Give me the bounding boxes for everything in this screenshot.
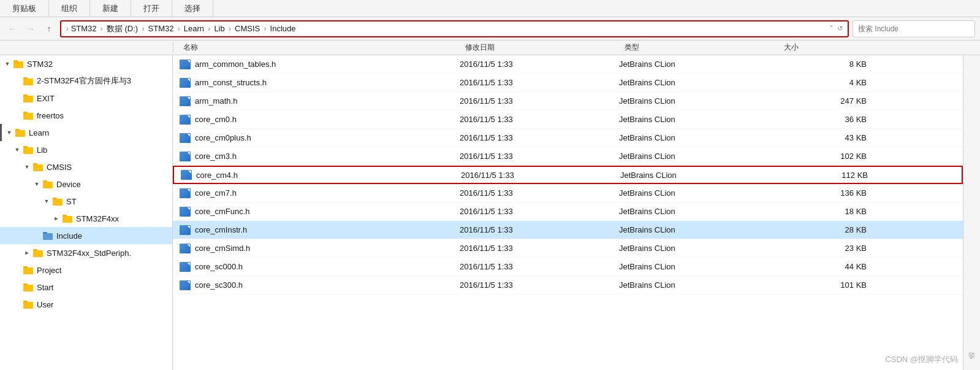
toolbar: 剪贴板 组织 新建 打开 选择 [0, 0, 980, 17]
folder-icon-stm32f4xx [61, 214, 74, 223]
path-thispc: STM32 [71, 24, 97, 33]
col-header-date[interactable]: 修改日期 [460, 42, 620, 53]
svg-rect-14 [43, 182, 53, 188]
file-icon-cell [178, 60, 192, 69]
sidebar-item-stm32[interactable]: ▼ STM32 [0, 55, 172, 72]
sidebar-item-user[interactable]: User [0, 296, 172, 313]
file-row[interactable]: core_cmFunc.h 2016/11/5 1:33 JetBrains C… [173, 202, 963, 221]
file-icon-cell [179, 170, 194, 180]
folder-icon-learn [14, 128, 26, 137]
expand-icon-2stm32f4 [12, 76, 22, 86]
svg-rect-8 [15, 130, 25, 137]
file-row[interactable]: core_cm0plus.h 2016/11/5 1:33 JetBrains … [173, 129, 963, 147]
folder-icon-user [22, 299, 34, 309]
sidebar-label-freertos: freertos [37, 111, 64, 120]
address-box[interactable]: › STM32 › 数据 (D:) › STM32 › Learn › Lib … [60, 20, 849, 37]
col-header-type[interactable]: 类型 [620, 42, 779, 53]
sidebar-item-freertos[interactable]: freertos [0, 107, 172, 124]
sidebar-item-exit[interactable]: EXIT [0, 90, 172, 107]
file-icon [180, 225, 191, 235]
right-edge: 选 [963, 55, 980, 370]
col-header-name[interactable]: 名称 [178, 42, 460, 53]
sidebar-label-include: Include [56, 231, 82, 241]
sidebar-item-lib[interactable]: ▼ Lib [0, 141, 172, 158]
sidebar-label-device: Device [56, 180, 81, 189]
folder-icon-st [51, 196, 64, 206]
sidebar-label-st: ST [66, 197, 77, 206]
file-row[interactable]: core_cm0.h 2016/11/5 1:33 JetBrains CLio… [173, 110, 963, 129]
sidebar-item-stdperiph[interactable]: ► STM32F4xx_StdPeriph. [0, 244, 172, 261]
svg-rect-4 [23, 96, 33, 102]
folder-icon-cmsis [32, 162, 44, 172]
sidebar-item-device[interactable]: ▼ Device [0, 175, 172, 193]
cell-name: core_cm0plus.h [192, 133, 460, 142]
svg-rect-26 [23, 285, 33, 291]
sidebar-item-cmsis[interactable]: ▼ CMSIS [0, 158, 172, 175]
svg-rect-18 [63, 216, 72, 223]
sidebar-item-stm32f4xx[interactable]: ► STM32F4xx [0, 210, 172, 227]
sidebar-label-learn: Learn [29, 128, 49, 137]
forward-button[interactable]: → [23, 21, 38, 36]
toolbar-clipboard: 剪贴板 [0, 0, 49, 17]
file-row[interactable]: core_cmInstr.h 2016/11/5 1:33 JetBrains … [173, 221, 963, 239]
cell-date: 2016/11/5 1:33 [460, 207, 619, 216]
sidebar-item-include[interactable]: Include [0, 227, 172, 244]
file-row[interactable]: arm_math.h 2016/11/5 1:33 JetBrains CLio… [173, 92, 963, 110]
cell-size: 4 KB [778, 78, 876, 87]
svg-rect-20 [43, 233, 53, 240]
svg-rect-23 [33, 249, 37, 251]
col-header-size[interactable]: 大小 [779, 42, 877, 53]
cell-name: core_sc300.h [192, 280, 460, 290]
sidebar-label-start: Start [37, 283, 53, 292]
cell-type: JetBrains CLion [619, 152, 778, 161]
up-button[interactable]: ↑ [42, 21, 56, 36]
folder-icon-include [42, 231, 54, 241]
file-row[interactable]: arm_common_tables.h 2016/11/5 1:33 JetBr… [173, 55, 963, 74]
cell-size: 43 KB [778, 133, 876, 142]
file-icon [180, 133, 191, 143]
cell-type: JetBrains CLion [619, 133, 778, 142]
folder-icon-project [22, 265, 34, 275]
cell-name: core_sc000.h [192, 262, 460, 271]
cell-date: 2016/11/5 1:33 [460, 280, 619, 290]
sidebar-item-start[interactable]: Start [0, 279, 172, 296]
toolbar-new: 新建 [90, 0, 131, 17]
file-row[interactable]: arm_const_structs.h 2016/11/5 1:33 JetBr… [173, 74, 963, 92]
cell-date: 2016/11/5 1:33 [461, 171, 620, 180]
sidebar-item-learn[interactable]: ▼ Learn [0, 124, 172, 141]
column-headers: 名称 修改日期 类型 大小 [173, 42, 980, 53]
file-icon [180, 262, 191, 272]
svg-rect-1 [13, 60, 18, 62]
cell-date: 2016/11/5 1:33 [460, 225, 619, 234]
back-button[interactable]: ← [5, 21, 20, 36]
cell-size: 23 KB [778, 244, 876, 253]
file-row[interactable]: core_cm7.h 2016/11/5 1:33 JetBrains CLio… [173, 184, 963, 202]
cell-name: core_cmInstr.h [192, 225, 460, 234]
cell-date: 2016/11/5 1:33 [460, 244, 619, 253]
cell-name: arm_common_tables.h [192, 60, 460, 69]
file-row[interactable]: core_cm3.h 2016/11/5 1:33 JetBrains CLio… [173, 147, 963, 166]
file-list: arm_common_tables.h 2016/11/5 1:33 JetBr… [173, 55, 963, 370]
expand-icon-stm32: ▼ [2, 59, 12, 69]
toolbar-organize: 组织 [49, 0, 90, 17]
expand-icon-exit [12, 93, 22, 103]
file-row[interactable]: core_sc000.h 2016/11/5 1:33 JetBrains CL… [173, 258, 963, 276]
sidebar-item-2stm32f4[interactable]: 2-STM32F4官方固件库与3 [0, 72, 172, 90]
file-icon-cell [178, 280, 192, 290]
folder-icon-device [42, 179, 54, 189]
search-input[interactable] [853, 20, 975, 37]
file-row[interactable]: core_cmSimd.h 2016/11/5 1:33 JetBrains C… [173, 239, 963, 258]
cell-size: 44 KB [778, 262, 876, 271]
file-icon-cell [178, 78, 192, 88]
expand-icon-cmsis: ▼ [22, 162, 32, 172]
file-row[interactable]: core_sc300.h 2016/11/5 1:33 JetBrains CL… [173, 276, 963, 295]
sidebar-label-stdperiph: STM32F4xx_StdPeriph. [47, 249, 131, 258]
sidebar-item-project[interactable]: Project [0, 261, 172, 279]
folder-icon-stm32 [12, 59, 25, 69]
sidebar-item-st[interactable]: ▼ ST [0, 193, 172, 210]
cell-size: 8 KB [778, 60, 876, 69]
expand-icon-start [12, 282, 22, 292]
file-row[interactable]: core_cm4.h 2016/11/5 1:33 JetBrains CLio… [173, 166, 963, 184]
svg-rect-10 [23, 147, 33, 154]
file-icon [180, 115, 191, 125]
